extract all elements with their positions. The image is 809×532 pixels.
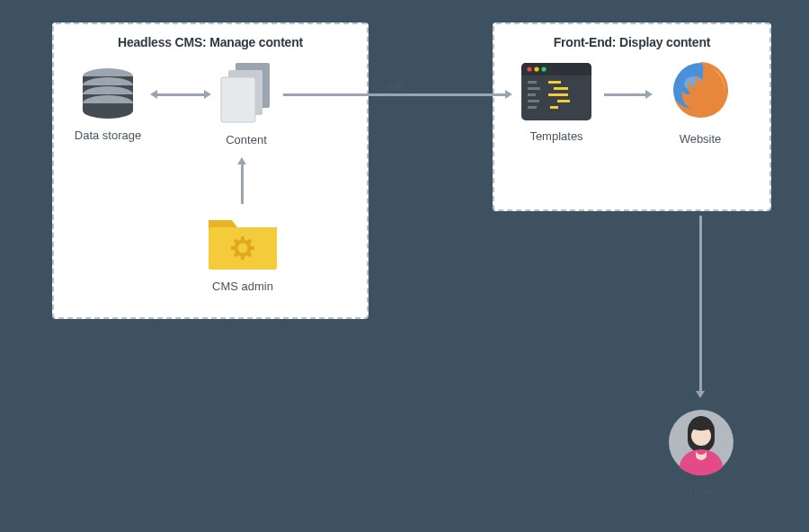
svg-line-15 <box>235 253 237 256</box>
svg-rect-29 <box>554 87 568 90</box>
svg-rect-25 <box>528 93 536 96</box>
database-icon <box>76 67 139 120</box>
browser-globe-icon <box>667 57 733 123</box>
label-api: API <box>387 80 405 93</box>
svg-rect-6 <box>221 77 255 122</box>
svg-rect-27 <box>528 106 537 109</box>
svg-line-14 <box>248 253 251 256</box>
svg-point-21 <box>534 66 538 71</box>
folder-gear-icon <box>205 209 280 270</box>
svg-point-22 <box>541 66 546 71</box>
svg-rect-30 <box>548 93 568 96</box>
arrow-admin-content <box>241 164 244 204</box>
svg-rect-7 <box>209 227 277 270</box>
svg-rect-32 <box>550 106 558 109</box>
arrowhead-right-icon <box>645 90 653 99</box>
svg-rect-31 <box>557 100 570 102</box>
node-data-storage: Data storage <box>72 67 144 142</box>
label-content: Content <box>214 133 279 146</box>
node-website: Website <box>661 57 740 146</box>
svg-rect-28 <box>548 81 561 84</box>
label-data-storage: Data storage <box>72 129 144 142</box>
svg-rect-26 <box>528 100 539 102</box>
arrowhead-up-icon <box>237 157 246 164</box>
label-website: Website <box>661 132 740 146</box>
arrowhead-down-icon <box>696 391 705 398</box>
label-cms-admin: CMS admin <box>198 279 288 293</box>
label-templates: Templates <box>517 129 596 143</box>
documents-icon <box>218 61 275 124</box>
arrowhead-left-icon <box>150 90 157 99</box>
svg-line-13 <box>235 240 237 243</box>
code-editor-icon <box>521 63 591 120</box>
node-templates: Templates <box>517 63 596 143</box>
arrow-templates-website <box>604 93 645 96</box>
panel-title-left: Headless CMS: Manage content <box>54 35 367 49</box>
node-user: User <box>665 409 737 498</box>
node-content: Content <box>214 61 279 146</box>
user-avatar-icon <box>668 409 734 475</box>
svg-line-16 <box>248 240 251 243</box>
svg-point-20 <box>527 66 531 71</box>
arrowhead-right-icon <box>204 90 211 99</box>
arrow-website-user <box>699 216 702 391</box>
arrow-storage-content <box>157 93 204 96</box>
arrow-api <box>283 93 505 96</box>
arrowhead-right-icon <box>505 90 512 99</box>
node-cms-admin: CMS admin <box>198 209 288 293</box>
label-user: User <box>665 484 737 498</box>
svg-rect-23 <box>528 81 537 84</box>
panel-title-right: Front-End: Display content <box>494 35 769 49</box>
svg-rect-19 <box>521 70 591 75</box>
svg-rect-24 <box>528 87 540 90</box>
